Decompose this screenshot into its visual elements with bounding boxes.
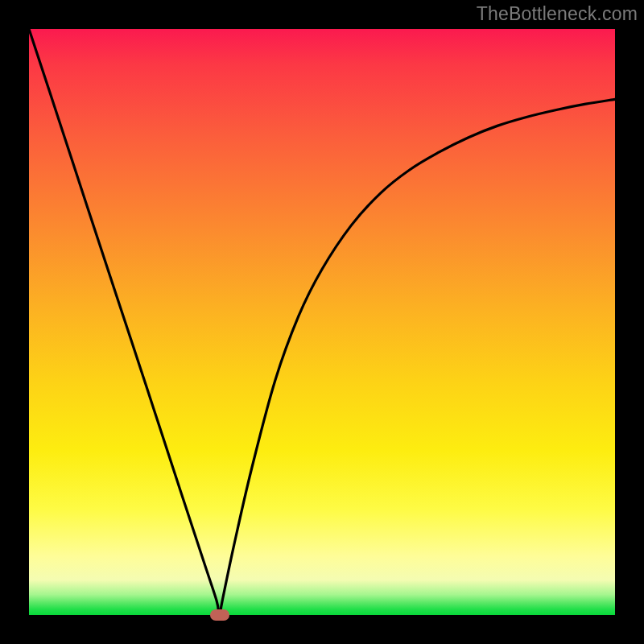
curve-svg xyxy=(29,29,615,615)
bottleneck-curve xyxy=(29,29,615,615)
minimum-marker xyxy=(210,609,229,621)
chart-container: TheBottleneck.com xyxy=(0,0,644,644)
watermark-text: TheBottleneck.com xyxy=(477,3,638,25)
